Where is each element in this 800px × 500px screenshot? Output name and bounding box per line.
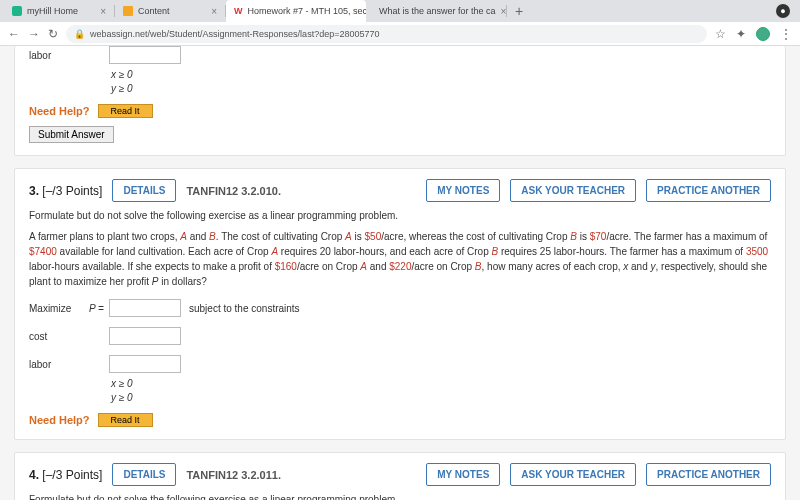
tab-label: myHill Home bbox=[27, 6, 78, 16]
my-notes-button[interactable]: MY NOTES bbox=[426, 463, 500, 486]
objective-input[interactable] bbox=[109, 299, 181, 317]
details-button[interactable]: DETAILS bbox=[112, 463, 176, 486]
question-source: TANFIN12 3.2.010. bbox=[186, 185, 281, 197]
nonneg-constraints: x ≥ 0 y ≥ 0 bbox=[111, 68, 771, 96]
question-card-3: 3. [–/3 Points] DETAILS TANFIN12 3.2.010… bbox=[14, 168, 786, 440]
constraint-x: x ≥ 0 bbox=[111, 68, 771, 82]
read-it-button[interactable]: Read It bbox=[98, 413, 153, 427]
p-equals: P = bbox=[89, 303, 109, 314]
tab-label: Content bbox=[138, 6, 170, 16]
tab-label: What is the answer for the ca bbox=[379, 6, 496, 16]
row-label-labor: labor bbox=[29, 359, 89, 370]
site-icon: W bbox=[234, 6, 243, 16]
labor-input[interactable] bbox=[109, 46, 181, 64]
row-label-cost: cost bbox=[29, 331, 89, 342]
avatar[interactable] bbox=[756, 27, 770, 41]
lp-form: Maximize P = subject to the constraints … bbox=[29, 299, 771, 373]
browser-tab-bar: myHill Home × Content × W Homework #7 - … bbox=[0, 0, 800, 22]
reload-icon[interactable]: ↻ bbox=[48, 27, 58, 41]
question-prompt: Formulate but do not solve the following… bbox=[29, 210, 771, 221]
question-prompt: Formulate but do not solve the following… bbox=[29, 494, 771, 500]
browser-tab[interactable]: What is the answer for the ca × bbox=[366, 0, 506, 22]
close-icon[interactable]: × bbox=[211, 6, 217, 17]
labor-input[interactable] bbox=[109, 355, 181, 373]
profile-menu-icon[interactable]: ● bbox=[776, 4, 790, 18]
browser-tab[interactable]: myHill Home × bbox=[4, 0, 114, 22]
read-it-button[interactable]: Read It bbox=[98, 104, 153, 118]
star-icon[interactable]: ☆ bbox=[715, 27, 726, 41]
question-number: 3. [–/3 Points] bbox=[29, 184, 102, 198]
practice-another-button[interactable]: PRACTICE ANOTHER bbox=[646, 463, 771, 486]
kebab-icon[interactable]: ⋮ bbox=[780, 27, 792, 41]
submit-answer-button[interactable]: Submit Answer bbox=[29, 126, 114, 143]
ask-teacher-button[interactable]: ASK YOUR TEACHER bbox=[510, 463, 636, 486]
site-icon bbox=[123, 6, 133, 16]
details-button[interactable]: DETAILS bbox=[112, 179, 176, 202]
ask-teacher-button[interactable]: ASK YOUR TEACHER bbox=[510, 179, 636, 202]
url-input[interactable]: 🔒 webassign.net/web/Student/Assignment-R… bbox=[66, 25, 707, 43]
tab-label: Homework #7 - MTH 105, sec bbox=[248, 6, 367, 16]
url-text: webassign.net/web/Student/Assignment-Res… bbox=[90, 29, 379, 39]
question-story: A farmer plans to plant two crops, A and… bbox=[29, 229, 771, 289]
row-label-labor: labor bbox=[29, 50, 89, 61]
my-notes-button[interactable]: MY NOTES bbox=[426, 179, 500, 202]
constraint-x: x ≥ 0 bbox=[111, 377, 771, 391]
subject-label: subject to the constraints bbox=[189, 303, 771, 314]
constraint-y: y ≥ 0 bbox=[111, 391, 771, 405]
question-source: TANFIN12 3.2.011. bbox=[186, 469, 281, 481]
question-number: 4. [–/3 Points] bbox=[29, 468, 102, 482]
practice-another-button[interactable]: PRACTICE ANOTHER bbox=[646, 179, 771, 202]
lock-icon: 🔒 bbox=[74, 29, 85, 39]
question-card-partial: labor x ≥ 0 y ≥ 0 Need Help? Read It Sub… bbox=[14, 46, 786, 156]
need-help-label: Need Help? bbox=[29, 414, 90, 426]
browser-address-bar: ← → ↻ 🔒 webassign.net/web/Student/Assign… bbox=[0, 22, 800, 46]
site-icon bbox=[12, 6, 22, 16]
question-header: 3. [–/3 Points] DETAILS TANFIN12 3.2.010… bbox=[29, 179, 771, 202]
question-card-4: 4. [–/3 Points] DETAILS TANFIN12 3.2.011… bbox=[14, 452, 786, 500]
nonneg-constraints: x ≥ 0 y ≥ 0 bbox=[111, 377, 771, 405]
constraint-y: y ≥ 0 bbox=[111, 82, 771, 96]
cost-input[interactable] bbox=[109, 327, 181, 345]
forward-icon[interactable]: → bbox=[28, 27, 40, 41]
extensions-icon[interactable]: ✦ bbox=[736, 27, 746, 41]
maximize-label: Maximize bbox=[29, 303, 89, 314]
question-header: 4. [–/3 Points] DETAILS TANFIN12 3.2.011… bbox=[29, 463, 771, 486]
page-content: labor x ≥ 0 y ≥ 0 Need Help? Read It Sub… bbox=[0, 46, 800, 500]
back-icon[interactable]: ← bbox=[8, 27, 20, 41]
need-help-label: Need Help? bbox=[29, 105, 90, 117]
browser-tab-active[interactable]: W Homework #7 - MTH 105, sec × bbox=[226, 0, 366, 22]
close-icon[interactable]: × bbox=[100, 6, 106, 17]
new-tab-button[interactable]: + bbox=[507, 3, 531, 19]
browser-tab[interactable]: Content × bbox=[115, 0, 225, 22]
